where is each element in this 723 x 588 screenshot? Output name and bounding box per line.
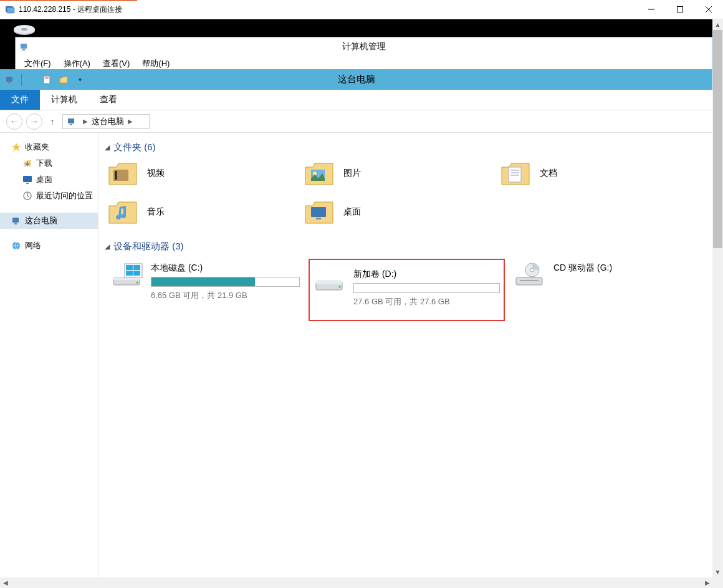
svg-rect-18 [26, 183, 29, 184]
sidebar-label: 收藏夹 [25, 142, 49, 153]
explorer-title: 这台电脑 [0, 74, 712, 85]
scroll-up-icon[interactable]: ▲ [712, 19, 723, 30]
svg-rect-11 [6, 77, 12, 82]
folder-label: 文档 [540, 168, 557, 179]
nav-up-button[interactable]: ↑ [46, 117, 59, 127]
sidebar-thispc[interactable]: 这台电脑 [0, 213, 98, 229]
sidebar-network[interactable]: 网络 [0, 238, 98, 254]
ribbon-tabs: 文件 计算机 查看 [0, 90, 712, 110]
svg-rect-20 [12, 218, 19, 223]
sidebar-label: 桌面 [36, 174, 52, 185]
svg-point-8 [21, 28, 27, 31]
rdp-title-text: 110.42.228.215 - 远程桌面连接 [19, 4, 122, 15]
svg-rect-27 [509, 167, 521, 182]
svg-rect-12 [8, 82, 11, 84]
tab-file[interactable]: 文件 [0, 90, 40, 110]
drive-name: 本地磁盘 (C:) [151, 263, 300, 274]
svg-rect-16 [70, 124, 72, 125]
folder-documents[interactable]: 文档 [500, 160, 696, 187]
cd-drive-icon [514, 263, 546, 287]
star-icon [11, 142, 21, 152]
breadcrumb-text: 这台电脑 [92, 116, 124, 127]
breadcrumb[interactable]: ▶ 这台电脑 ▶ [62, 114, 150, 129]
svg-rect-39 [113, 277, 140, 280]
sidebar-label: 最近访问的位置 [36, 190, 93, 201]
rdp-icon [5, 4, 15, 14]
svg-rect-21 [14, 223, 17, 224]
folders-group-header[interactable]: ◢ 文件夹 (6) [105, 142, 706, 153]
svg-rect-10 [22, 49, 25, 51]
drive-d[interactable]: 新加卷 (D:) 27.6 GB 可用，共 27.6 GB [309, 259, 505, 321]
svg-rect-31 [311, 207, 326, 217]
horizontal-scrollbar[interactable]: ◀ ▶ [0, 577, 712, 588]
drive-g-cd[interactable]: CD 驱动器 (G:) [510, 259, 706, 321]
nav-forward-button[interactable]: → [26, 113, 42, 130]
explorer-system-icon[interactable] [2, 72, 17, 87]
svg-rect-32 [316, 218, 321, 219]
svg-rect-42 [316, 281, 342, 284]
mgmt-menu-help[interactable]: 帮助(H) [142, 58, 170, 69]
close-button[interactable] [694, 0, 723, 19]
nav-back-button[interactable]: ← [6, 113, 22, 130]
sidebar-recent[interactable]: 最近访问的位置 [0, 188, 98, 204]
svg-rect-13 [44, 76, 50, 84]
scroll-down-icon[interactable]: ▼ [712, 567, 723, 577]
folder-videos[interactable]: 视频 [107, 160, 304, 187]
collapse-icon: ◢ [105, 243, 110, 251]
qat-dropdown-icon[interactable]: ▾ [72, 72, 87, 87]
mgmt-menu-file[interactable]: 文件(F) [24, 58, 51, 69]
svg-point-45 [530, 268, 534, 272]
chevron-right-icon: ▶ [128, 118, 133, 125]
folder-icon [500, 160, 531, 187]
folder-music[interactable]: 音乐 [107, 198, 304, 226]
svg-rect-15 [68, 118, 74, 123]
drive-status: 6.65 GB 可用，共 21.9 GB [151, 290, 300, 301]
mgmt-menu-view[interactable]: 查看(V) [103, 58, 130, 69]
hdd-icon [111, 263, 143, 287]
drive-name: CD 驱动器 (G:) [553, 263, 702, 274]
maximize-button[interactable] [666, 0, 694, 19]
svg-rect-37 [133, 271, 140, 276]
scroll-left-icon[interactable]: ◀ [0, 577, 11, 588]
drives-group-header[interactable]: ◢ 设备和驱动器 (3) [105, 241, 706, 253]
qat-properties-icon[interactable] [40, 72, 55, 87]
folder-label: 视频 [147, 168, 165, 179]
folders-header-text: 文件夹 (6) [113, 142, 156, 153]
vertical-scrollbar[interactable]: ▲ ▼ [712, 19, 723, 577]
drive-usage-bar [353, 283, 500, 293]
collapse-icon: ◢ [105, 143, 110, 152]
sidebar-label: 下载 [36, 158, 52, 169]
content-pane: ◢ 文件夹 (6) 视频 图片 [98, 133, 712, 577]
svg-rect-14 [45, 77, 49, 79]
mgmt-menu-action[interactable]: 操作(A) [64, 58, 90, 69]
breadcrumb-pc-icon [67, 117, 77, 127]
folder-icon [107, 198, 138, 226]
folder-label: 音乐 [147, 206, 165, 218]
hdd-icon [314, 269, 346, 294]
desktop-icon [22, 175, 32, 185]
drive-name: 新加卷 (D:) [353, 269, 500, 280]
tab-computer[interactable]: 计算机 [40, 90, 89, 110]
mgmt-title: 计算机管理 [16, 37, 712, 56]
drive-c[interactable]: 本地磁盘 (C:) 6.65 GB 可用，共 21.9 GB [107, 259, 304, 321]
explorer-window: ▾ 这台电脑 文件 计算机 查看 ← → ↑ ▶ 这台电脑 ▶ [0, 69, 712, 577]
folder-pictures[interactable]: 图片 [304, 160, 500, 187]
svg-rect-17 [23, 176, 32, 182]
folder-desktop[interactable]: 桌面 [304, 198, 500, 226]
qat-newfolder-icon[interactable] [56, 72, 71, 87]
svg-rect-36 [126, 271, 133, 276]
minimize-button[interactable] [637, 0, 666, 19]
rdp-titlebar[interactable]: 110.42.228.215 - 远程桌面连接 [0, 0, 723, 19]
sidebar-downloads[interactable]: 下载 [0, 155, 98, 171]
chevron-right-icon: ▶ [83, 118, 88, 125]
sidebar-favorites[interactable]: 收藏夹 [0, 139, 98, 155]
download-icon [22, 158, 32, 168]
explorer-titlebar[interactable]: ▾ 这台电脑 [0, 69, 712, 90]
scroll-thumb[interactable] [713, 30, 722, 248]
scroll-right-icon[interactable]: ▶ [702, 577, 712, 588]
tab-view[interactable]: 查看 [89, 90, 128, 110]
folder-icon [107, 160, 138, 187]
sidebar-desktop[interactable]: 桌面 [0, 171, 98, 188]
svg-point-43 [339, 286, 341, 288]
svg-rect-35 [133, 265, 140, 270]
